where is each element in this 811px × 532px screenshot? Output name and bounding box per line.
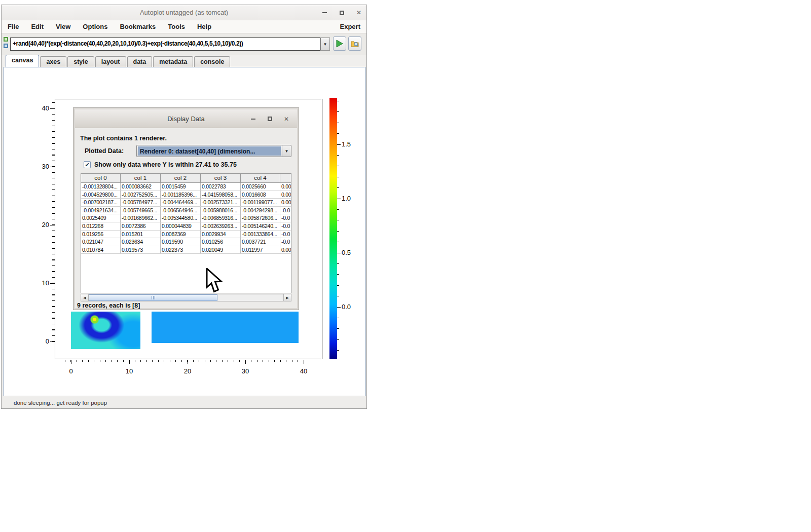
table-cell[interactable]: 0.023634 [121, 238, 161, 246]
table-cell[interactable]: -0.004464469... [161, 199, 201, 206]
table-column-header[interactable]: col 3 [201, 174, 241, 182]
table-cell[interactable]: 0.019573 [121, 246, 161, 254]
uri-dropdown-button[interactable]: ▼ [320, 37, 330, 51]
table-cell[interactable]: 0.0029934 [201, 231, 241, 238]
data-table[interactable]: col 0col 1col 2col 3col 4 -0.001328804..… [81, 173, 291, 293]
table-cell[interactable]: -0.005344580... [161, 214, 201, 222]
spectrogram-fragment-left[interactable] [71, 312, 140, 349]
table-cell[interactable]: -0.005749665... [121, 207, 161, 214]
menu-edit[interactable]: Edit [31, 23, 44, 30]
tab-layout[interactable]: layout [95, 56, 126, 67]
table-cell[interactable]: -0.001199077... [241, 199, 280, 206]
table-cell[interactable]: 0.0037721 [241, 238, 280, 246]
table-cell[interactable]: -0.0 [280, 214, 291, 222]
table-cell[interactable]: -4.041598058... [201, 191, 241, 199]
table-row[interactable]: 0.0107840.0195730.0223730.0200490.011997… [81, 246, 291, 254]
tab-metadata[interactable]: metadata [153, 56, 193, 67]
dialog-minimize-button[interactable] [249, 116, 256, 123]
table-cell[interactable]: 0.019256 [81, 231, 121, 238]
horizontal-scrollbar[interactable]: ◀ ▶ [81, 294, 291, 301]
table-row[interactable]: -0.001328804...0.0000836620.00154590.002… [81, 183, 291, 191]
go-button[interactable] [333, 36, 346, 51]
table-cell[interactable]: 0.0022783 [201, 183, 241, 191]
table-cell[interactable]: -0.005988016... [201, 207, 241, 214]
table-cell[interactable]: 0.00 [280, 199, 291, 206]
table-row[interactable]: -0.004529800...-0.002752505...-0.0011853… [81, 191, 291, 199]
menu-file[interactable]: File [8, 23, 19, 30]
table-cell[interactable]: 0.0082369 [161, 231, 201, 238]
maximize-button[interactable] [338, 9, 345, 16]
table-cell[interactable]: -0.004529800... [81, 191, 121, 199]
table-cell[interactable]: -0.007002187... [81, 199, 121, 206]
scrollbar-thumb[interactable] [89, 294, 217, 301]
plotted-data-combobox[interactable]: Renderer 0: dataset[40,40] (dimension...… [136, 145, 291, 157]
tab-data[interactable]: data [127, 56, 153, 67]
table-column-header[interactable] [280, 174, 291, 182]
table-cell[interactable]: 0.0072386 [121, 222, 161, 230]
table-cell[interactable]: 0.019590 [161, 238, 201, 246]
table-row[interactable]: 0.0210470.0236340.0195900.0102560.003772… [81, 238, 291, 246]
menu-help[interactable]: Help [197, 23, 211, 30]
chevron-down-icon[interactable]: ▼ [282, 145, 291, 157]
tab-canvas[interactable]: canvas [6, 55, 39, 67]
menu-view[interactable]: View [56, 23, 70, 30]
colorbar[interactable] [329, 98, 337, 359]
table-cell[interactable]: 0.0025660 [241, 183, 280, 191]
dialog-maximize-button[interactable] [266, 116, 273, 123]
table-cell[interactable]: -0.006564946... [161, 207, 201, 214]
table-cell[interactable]: 0.00 [280, 191, 291, 199]
window-titlebar[interactable]: Autoplot untagged (as tomcat) ✕ [2, 5, 366, 20]
spectrogram-fragment-right[interactable] [152, 312, 299, 343]
table-cell[interactable]: -0.004294298... [241, 207, 280, 214]
table-cell[interactable]: 0.022373 [161, 246, 201, 254]
menu-tools[interactable]: Tools [168, 23, 185, 30]
table-cell[interactable]: -0.0 [280, 238, 291, 246]
table-row[interactable]: 0.0192560.0152010.00823690.0029934-0.001… [81, 231, 291, 239]
menu-bookmarks[interactable]: Bookmarks [120, 23, 156, 30]
table-cell[interactable]: -0.006859316... [201, 214, 241, 222]
table-cell[interactable]: 0.010784 [81, 246, 121, 254]
uri-input[interactable]: +rand(40,40)*(exp(-distance(40,40,20,20,… [10, 37, 320, 51]
tab-style[interactable]: style [67, 56, 94, 67]
table-cell[interactable]: -0.005784977... [121, 199, 161, 206]
table-cell[interactable]: -0.002639263... [201, 222, 241, 230]
table-column-header[interactable]: col 2 [161, 174, 201, 182]
table-cell[interactable]: -0.001185396... [161, 191, 201, 199]
scroll-left-button[interactable]: ◀ [81, 294, 89, 301]
table-cell[interactable]: -0.005872606... [241, 214, 280, 222]
table-column-header[interactable]: col 4 [241, 174, 280, 182]
table-row[interactable]: 0.0122680.00723860.000044839-0.002639263… [81, 222, 291, 231]
table-cell[interactable]: 0.012268 [81, 222, 121, 230]
table-cell[interactable]: -0.005146240... [241, 222, 280, 230]
table-row[interactable]: -0.004921634...-0.005749665...-0.0065649… [81, 207, 291, 215]
table-cell[interactable]: -0.001333864... [241, 231, 280, 238]
table-cell[interactable]: 0.020049 [201, 246, 241, 254]
table-cell[interactable]: -0.0 [280, 222, 291, 230]
table-cell[interactable]: -0.002752505... [121, 191, 161, 199]
table-cell[interactable]: 0.015201 [121, 231, 161, 238]
table-cell[interactable]: 0.00 [280, 246, 291, 254]
table-column-header[interactable]: col 1 [121, 174, 161, 182]
menu-options[interactable]: Options [83, 23, 107, 30]
table-column-header[interactable]: col 0 [81, 174, 121, 182]
scroll-right-button[interactable]: ▶ [283, 294, 291, 301]
table-cell[interactable]: -0.004921634... [81, 207, 121, 214]
table-cell[interactable]: 0.011997 [241, 246, 280, 254]
table-row[interactable]: 0.0025409-0.001689662...-0.005344580...-… [81, 214, 291, 222]
table-cell[interactable]: -0.002573321... [201, 199, 241, 206]
table-cell[interactable]: 0.0025409 [81, 214, 121, 222]
tab-console[interactable]: console [194, 56, 230, 67]
table-cell[interactable]: 0.000083662 [121, 183, 161, 191]
dialog-close-button[interactable]: ✕ [283, 116, 290, 123]
table-cell[interactable]: 0.010256 [201, 238, 241, 246]
table-cell[interactable]: 0.0015459 [161, 183, 201, 191]
close-button[interactable]: ✕ [355, 9, 362, 16]
table-cell[interactable]: -0.0 [280, 231, 291, 238]
table-cell[interactable]: -0.001689662... [121, 214, 161, 222]
table-cell[interactable]: 0.00 [280, 183, 291, 191]
minimize-button[interactable] [321, 9, 328, 16]
filter-checkbox[interactable]: ✔ [84, 161, 91, 168]
dialog-titlebar[interactable]: Display Data ✕ [75, 109, 297, 128]
table-cell[interactable]: 0.021047 [81, 238, 121, 246]
table-cell[interactable]: 0.000044839 [161, 222, 201, 230]
